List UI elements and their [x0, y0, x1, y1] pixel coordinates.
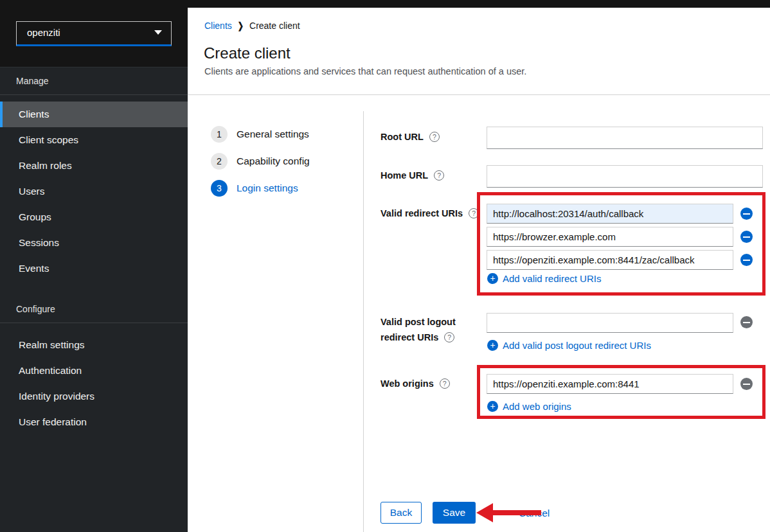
- realm-selector-dropdown[interactable]: openziti: [16, 21, 172, 46]
- breadcrumb: Clients ❯ Create client: [204, 21, 300, 31]
- wizard-step-general-settings[interactable]: 1 General settings: [211, 126, 309, 143]
- cancel-link[interactable]: Cancel: [519, 508, 550, 519]
- nav-section-manage: Manage: [0, 67, 188, 95]
- nav-list-configure: Realm settings Authentication Identity p…: [0, 332, 188, 435]
- valid-redirect-uris-label: Valid redirect URIs ?: [381, 208, 479, 218]
- step-label: General settings: [237, 129, 309, 140]
- remove-redirect-uri-1-minus-icon[interactable]: [740, 231, 753, 243]
- sidebar-item-sessions[interactable]: Sessions: [0, 230, 188, 256]
- help-icon[interactable]: ?: [469, 208, 479, 218]
- valid-redirect-uri-input-2[interactable]: [487, 250, 733, 270]
- help-icon[interactable]: ?: [434, 170, 444, 181]
- nav-section-configure: Configure: [0, 296, 188, 323]
- step-label: Capability config: [237, 155, 310, 167]
- web-origins-input[interactable]: [487, 374, 733, 394]
- sidebar-item-identity-providers[interactable]: Identity providers: [0, 384, 188, 409]
- main-content: Clients ❯ Create client Create client Cl…: [188, 8, 770, 532]
- valid-post-logout-uri-input[interactable]: [487, 313, 733, 333]
- save-button[interactable]: Save: [433, 502, 476, 524]
- breadcrumb-current: Create client: [249, 21, 300, 31]
- remove-redirect-uri-0-minus-icon[interactable]: [740, 208, 753, 220]
- chevron-down-icon: [154, 30, 162, 35]
- sidebar: openziti Manage Clients Client scopes Re…: [0, 8, 188, 532]
- step-number-badge: 3: [211, 180, 228, 197]
- realm-selector-area: openziti: [0, 8, 188, 67]
- page-description: Clients are applications and services th…: [204, 66, 526, 76]
- back-button[interactable]: Back: [381, 502, 422, 524]
- web-origins-label: Web origins ?: [381, 378, 450, 389]
- sidebar-item-events[interactable]: Events: [0, 256, 188, 281]
- realm-name: openziti: [27, 27, 60, 38]
- remove-web-origin-minus-icon[interactable]: [740, 378, 753, 390]
- plus-icon: +: [487, 273, 498, 284]
- plus-icon: +: [487, 401, 498, 412]
- remove-redirect-uri-2-minus-icon[interactable]: [740, 254, 753, 266]
- valid-redirect-uri-input-0[interactable]: [487, 204, 733, 224]
- step-label: Login settings: [237, 182, 298, 194]
- root-url-label: Root URL ?: [381, 132, 440, 142]
- wizard-step-capability-config[interactable]: 2 Capability config: [211, 153, 310, 170]
- sidebar-item-realm-settings[interactable]: Realm settings: [0, 332, 188, 358]
- sidebar-item-users[interactable]: Users: [0, 179, 188, 204]
- sidebar-item-authentication[interactable]: Authentication: [0, 358, 188, 384]
- help-icon[interactable]: ?: [429, 132, 440, 142]
- masthead: [0, 0, 770, 8]
- arrow-head-icon: [476, 503, 493, 522]
- home-url-label: Home URL ?: [381, 170, 444, 181]
- wizard-step-login-settings[interactable]: 3 Login settings: [211, 180, 298, 197]
- valid-post-logout-label-line2: redirect URIs ?: [381, 332, 454, 342]
- sidebar-item-realm-roles[interactable]: Realm roles: [0, 153, 188, 179]
- home-url-input[interactable]: [487, 165, 763, 188]
- valid-post-logout-label-line1: Valid post logout: [381, 317, 456, 327]
- plus-icon: +: [487, 340, 498, 351]
- help-icon[interactable]: ?: [444, 332, 454, 342]
- add-valid-redirect-uris-link[interactable]: + Add valid redirect URIs: [487, 273, 601, 284]
- header-divider: [188, 94, 770, 95]
- nav-list-manage: Clients Client scopes Realm roles Users …: [0, 102, 188, 281]
- valid-redirect-uri-input-1[interactable]: [487, 227, 733, 247]
- root-url-input[interactable]: [487, 127, 763, 149]
- breadcrumb-link-clients[interactable]: Clients: [204, 21, 232, 31]
- keycloak-admin-console: openziti Manage Clients Client scopes Re…: [0, 0, 770, 532]
- step-number-badge: 1: [211, 126, 228, 143]
- breadcrumb-chevron-icon: ❯: [238, 21, 244, 31]
- step-number-badge: 2: [211, 153, 228, 170]
- sidebar-item-clients[interactable]: Clients: [0, 102, 188, 127]
- wizard-content-divider: [363, 111, 364, 532]
- remove-post-logout-uri-minus-icon[interactable]: [740, 316, 753, 328]
- page-title: Create client: [204, 44, 291, 62]
- sidebar-item-user-federation[interactable]: User federation: [0, 409, 188, 435]
- help-icon[interactable]: ?: [440, 378, 450, 389]
- sidebar-item-client-scopes[interactable]: Client scopes: [0, 127, 188, 153]
- sidebar-item-groups[interactable]: Groups: [0, 204, 188, 230]
- add-web-origins-link[interactable]: + Add web origins: [487, 401, 571, 412]
- add-valid-post-logout-redirect-uris-link[interactable]: + Add valid post logout redirect URIs: [487, 340, 651, 351]
